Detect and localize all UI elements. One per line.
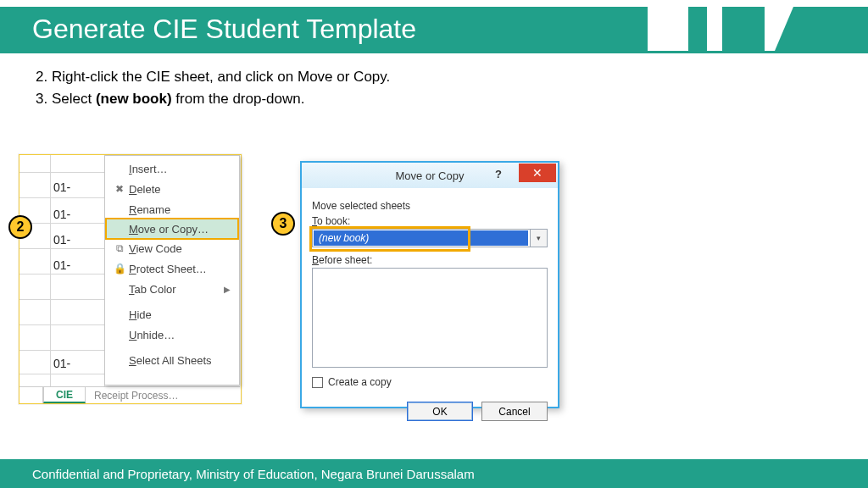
excel-context-screenshot: 01- 01- 01- 01- 01- CIE Receipt Process…… [19,154,242,404]
context-menu: Insert… ✖ Delete Rename Move or Copy… ⧉ … [104,155,240,385]
instructions: 2. Right-click the CIE sheet, and click … [36,66,834,109]
menu-insert[interactable]: Insert… [107,158,237,179]
close-icon[interactable]: ✕ [519,164,556,182]
chevron-down-icon[interactable]: ▾ [530,230,547,247]
ok-button[interactable]: OK [407,402,473,421]
before-sheet-label: Before sheet: [312,254,548,266]
chevron-right-icon: ▶ [224,285,231,294]
dialog-titlebar: Move or Copy ? ✕ [302,163,558,188]
delete-icon: ✖ [110,183,129,195]
step-marker-3: 3 [271,212,295,236]
menu-view-code[interactable]: ⧉ View Code [107,238,237,258]
move-selected-label: Move selected sheets [312,200,548,212]
sheet-tabs: CIE Receipt Process… [19,386,240,403]
create-copy-label: Create a copy [328,376,392,388]
to-book-dropdown[interactable]: (new book) ▾ [312,229,548,247]
menu-hide[interactable]: Hide [107,304,237,324]
to-book-selected-value: (new book) [314,230,528,246]
menu-rename[interactable]: Rename [107,199,237,219]
menu-protect-sheet[interactable]: 🔒 Protect Sheet… [107,258,237,279]
before-sheet-list[interactable] [312,268,548,368]
sheet-tab-others[interactable]: Receipt Process… [86,390,186,402]
step-marker-2: 2 [8,215,32,239]
code-icon: ⧉ [110,242,129,254]
cell: 01- [53,258,70,272]
menu-delete[interactable]: ✖ Delete [107,179,237,199]
move-or-copy-dialog: Move or Copy ? ✕ Move selected sheets To… [300,161,559,408]
sheet-tab-cie[interactable]: CIE [43,387,86,403]
dialog-help-button[interactable]: ? [481,164,515,183]
footer-bar: Confidential and Proprietary, Ministry o… [0,459,868,488]
cell: 01- [53,208,70,221]
cancel-button[interactable]: Cancel [481,402,548,421]
page-title: Generate CIE Student Template [32,7,416,51]
title-bar: Generate CIE Student Template [0,7,868,51]
title-stripe-1 [688,7,707,51]
cell: 01- [53,357,70,370]
instruction-step-3: 3. Select (new book) from the drop-down. [36,88,834,110]
menu-unhide[interactable]: Unhide… [107,324,237,345]
create-copy-checkbox[interactable] [312,377,323,388]
instruction-step-2: 2. Right-click the CIE sheet, and click … [36,66,834,88]
lock-icon: 🔒 [110,263,129,274]
worksheet-grid: 01- 01- 01- 01- 01- [19,155,104,386]
cell: 01- [53,233,70,247]
menu-tab-color[interactable]: Tab Color ▶ [107,279,237,299]
cell: 01- [53,180,70,194]
dialog-title-text: Move or Copy [396,169,465,182]
create-copy-row[interactable]: Create a copy [312,376,548,388]
menu-select-all-sheets[interactable]: Select All Sheets [107,350,237,370]
menu-move-or-copy[interactable]: Move or Copy… [106,219,238,239]
to-book-label: To book: [312,215,548,227]
title-stripe-2 [722,7,765,51]
title-underline [0,51,868,53]
footer-text: Confidential and Proprietary, Ministry o… [32,467,475,481]
